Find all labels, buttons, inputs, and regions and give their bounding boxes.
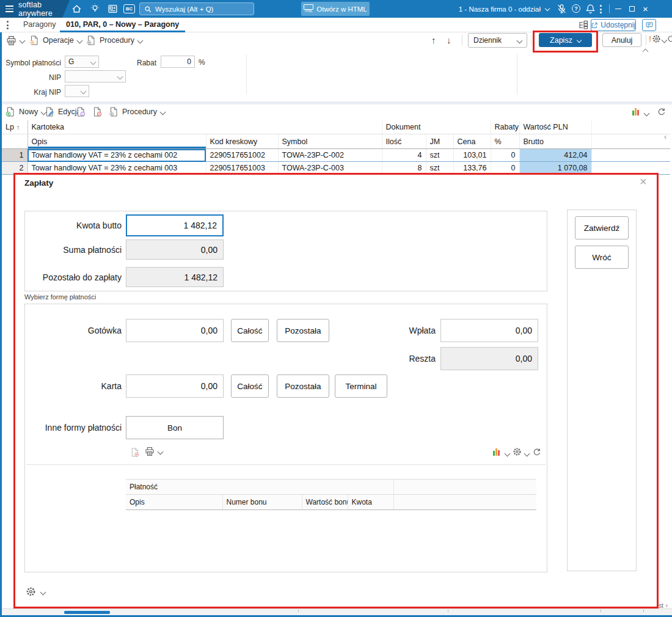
open-in-html-button[interactable]: HTML Otwórz w HTML [301, 2, 370, 16]
more-options-icon[interactable] [600, 5, 602, 13]
payment-symbol-select[interactable]: G [65, 56, 99, 68]
discount-input[interactable]: 0 [161, 56, 195, 68]
chevron-down-icon[interactable] [662, 37, 668, 43]
nip-select[interactable] [65, 70, 126, 82]
filler-header [591, 134, 670, 149]
table-row[interactable]: 1 Towar handlowy VAT = 23% z cechami 002… [2, 149, 670, 162]
back-button[interactable]: Wróć [575, 246, 629, 269]
table-header-row: Opis Kod kreskowy Symbol Ilość JM Cena %… [2, 134, 670, 149]
move-down-icon[interactable]: ↓ [447, 35, 451, 45]
close-window-button[interactable]: × [643, 4, 648, 13]
print-button[interactable] [6, 35, 24, 46]
discount-label: Rabat [126, 59, 156, 67]
deposit-input[interactable]: 0,00 [440, 319, 538, 342]
deposit-label: Wpłata [343, 319, 440, 342]
chevron-down-icon[interactable] [40, 590, 46, 596]
collapse-side-panel-icon[interactable]: ‹ [664, 132, 667, 141]
print-payments-button[interactable] [145, 447, 163, 456]
cash-full-button[interactable]: Całość [231, 319, 269, 342]
bc-icon[interactable]: BC [123, 4, 135, 13]
delete-payment-button[interactable] [130, 448, 139, 457]
refresh-icon[interactable] [533, 448, 541, 456]
ilosc-column-header[interactable]: Ilość [382, 134, 426, 149]
expand-panel-icon[interactable]: › [665, 601, 668, 610]
procedures-menu-button[interactable]: Procedury [86, 35, 142, 45]
settings-gear-icon[interactable] [513, 447, 522, 456]
card-full-button[interactable]: Całość [231, 374, 269, 398]
lp-group-header[interactable]: Lp↑ [2, 120, 27, 134]
card-input[interactable]: 0,00 [126, 374, 224, 398]
filler-header [393, 495, 536, 510]
app-window: softlab anywhere BC Wyszukaj (Alt + Q) H… [0, 0, 672, 617]
journal-select[interactable]: Dziennik [468, 33, 527, 48]
chevron-down-icon[interactable] [644, 111, 650, 117]
comment-button[interactable] [642, 19, 656, 31]
dialog-settings-gear-icon[interactable] [26, 586, 36, 597]
cash-input[interactable]: 0,00 [126, 319, 224, 342]
document-info-button[interactable] [76, 107, 86, 117]
wartosc-bonu-column-header[interactable]: Wartość bonu [302, 495, 348, 510]
idea-bulb-icon[interactable] [90, 4, 100, 14]
top-bar: softlab anywhere BC Wyszukaj (Alt + Q) H… [0, 0, 672, 18]
chart-view-icon[interactable] [632, 108, 639, 115]
chevron-down-icon [117, 73, 123, 79]
hierarchy-icon[interactable] [579, 20, 588, 30]
dokument-group-header: Dokument [382, 120, 491, 134]
share-button[interactable]: Udostępnij [591, 19, 636, 31]
operations-menu-button[interactable]: Operacje [29, 35, 82, 45]
grid-procedures-button[interactable]: Procedury [109, 107, 165, 117]
tab-menu-icon[interactable] [7, 21, 9, 29]
minimize-window-button[interactable] [615, 9, 621, 9]
scrollbar-thumb[interactable] [64, 611, 110, 614]
home-icon[interactable] [71, 4, 82, 14]
cancel-button[interactable]: Anuluj [602, 33, 641, 47]
country-nip-select[interactable] [65, 85, 89, 97]
refresh-icon[interactable] [657, 108, 666, 116]
chart-view-icon[interactable] [493, 448, 500, 456]
payments-sum-label: Suma płatności [25, 239, 126, 260]
jm-column-header[interactable]: JM [426, 134, 453, 149]
news-card-icon[interactable] [108, 4, 118, 14]
maximize-window-button[interactable] [629, 6, 635, 12]
close-dialog-icon[interactable]: × [640, 175, 647, 188]
tab-document-active[interactable]: 010, PAR, 0 – Nowy – Paragony [60, 18, 185, 32]
amounts-groupbox: Kwota butto 1 482,12 Suma płatności 0,00… [24, 211, 547, 291]
procent-column-header[interactable]: % [491, 134, 519, 149]
brand-area: softlab anywhere [0, 0, 70, 18]
settings-gear-icon[interactable] [652, 34, 661, 43]
chevron-down-icon[interactable] [524, 451, 530, 457]
hamburger-menu-icon[interactable] [5, 4, 13, 13]
voucher-button[interactable]: Bon [126, 416, 224, 439]
terminal-button[interactable]: Terminal [335, 374, 387, 398]
company-selector[interactable]: 1 - Nasza firma 0 - oddział [449, 0, 541, 18]
confirm-button[interactable]: Zatwierdź [575, 216, 629, 239]
microphone-off-icon[interactable] [557, 4, 567, 14]
card-remaining-button[interactable]: Pozostała [277, 374, 329, 398]
refresh-icon[interactable] [667, 35, 672, 43]
other-payment-forms-label: Inne formy płatności [25, 416, 126, 439]
cena-column-header[interactable]: Cena [453, 134, 491, 149]
tab-paragony[interactable]: Paragony [17, 18, 62, 32]
chevron-down-icon[interactable] [505, 451, 511, 457]
search-input[interactable]: Wyszukaj (Alt + Q) [139, 2, 254, 15]
document-delete-button[interactable] [92, 107, 102, 117]
gross-amount-input[interactable]: 1 482,12 [126, 214, 224, 236]
cash-remaining-button[interactable]: Pozostała [277, 319, 329, 342]
numer-bonu-column-header[interactable]: Numer bonu [222, 495, 302, 510]
symbol-column-header[interactable]: Symbol [278, 134, 382, 149]
horizontal-scrollbar[interactable] [0, 608, 672, 615]
notifications-bell-icon[interactable] [585, 4, 596, 14]
chevron-down-icon[interactable] [545, 6, 550, 11]
kwota-column-header[interactable]: Kwota [348, 495, 393, 510]
opis-column-header[interactable]: Opis [27, 134, 206, 149]
sort-ascending-icon: ↑ [16, 123, 20, 131]
kod-column-header[interactable]: Kod kreskowy [206, 134, 278, 149]
opis-column-header[interactable]: Opis [126, 495, 222, 510]
help-icon[interactable]: ? [572, 4, 580, 13]
new-row-button[interactable]: Nowy [5, 107, 46, 117]
brutto-column-header[interactable]: Brutto [519, 134, 591, 149]
share-icon [591, 22, 597, 29]
opis-cell[interactable]: Towar handlowy VAT = 23% z cechami 002 [27, 149, 206, 162]
move-up-icon[interactable]: ↑ [431, 35, 436, 45]
chevron-down-icon [20, 38, 26, 44]
